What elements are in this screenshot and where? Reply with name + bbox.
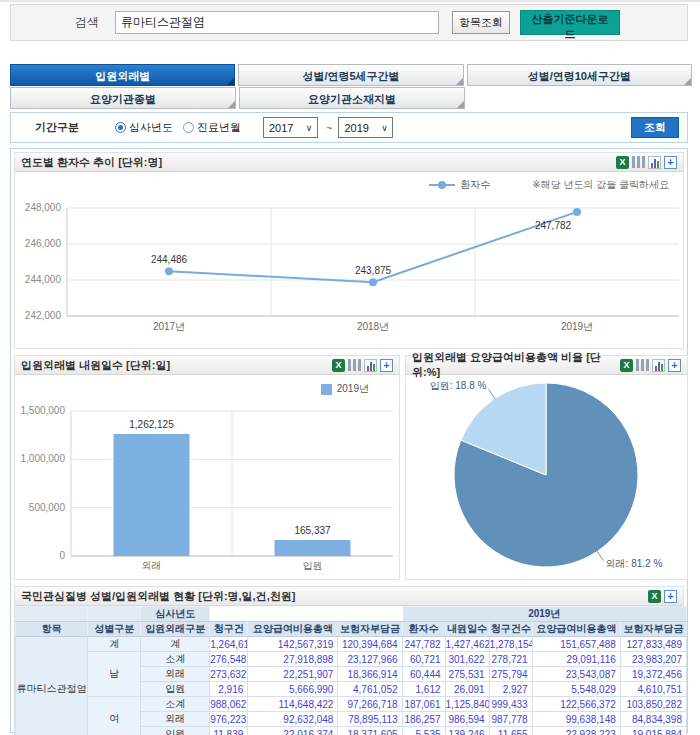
table-row: 남소계276,54827,918,89823,127,96660,721301,…: [16, 652, 687, 667]
tab-inpatient-outpatient[interactable]: 입원외래별: [10, 64, 235, 86]
excel-icon[interactable]: [648, 590, 661, 603]
radio-treatment-month-dot[interactable]: [183, 122, 194, 133]
bar-legend-row: 2019년: [15, 375, 399, 403]
table-cell: 29,091,116: [532, 652, 620, 667]
column-header: 환자수: [402, 622, 445, 637]
period-type-label: 기간구분: [35, 120, 79, 135]
table-cell: 26,091: [445, 682, 489, 697]
data-point-2019년[interactable]: [573, 208, 581, 216]
table-cell: 142,567,319: [248, 637, 338, 652]
cost-ratio-header: 입원외래별 요양급여비용총액 비율 [단위:%]: [406, 356, 687, 375]
column-header: 요양급여비용총액: [248, 622, 338, 637]
radio-review-year-dot[interactable]: [115, 122, 126, 133]
year-from-value: 2017: [269, 122, 293, 134]
page: 검색 항목조회 산출기준다운로드 입원외래별성별/연령5세구간별성별/연령10세…: [0, 0, 700, 735]
table-cell: 1,612: [402, 682, 445, 697]
excel-icon[interactable]: [332, 359, 345, 372]
table-cell: 5,666,990: [248, 682, 338, 697]
visit-days-section: 입원외래별 내원일수 [단위:일] 2019년 0500,0001,000,00…: [14, 355, 400, 580]
table-cell: 186,257: [402, 712, 445, 727]
table-cell: 301,622: [445, 652, 489, 667]
table-icon[interactable]: [348, 359, 361, 371]
plus-icon[interactable]: [380, 359, 393, 372]
column-header: [210, 607, 402, 622]
chart-icon[interactable]: [648, 156, 661, 169]
chart-icon[interactable]: [652, 359, 665, 372]
data-point-2018년[interactable]: [369, 278, 377, 286]
radio-review-year[interactable]: 심사년도: [115, 120, 173, 135]
charts-row: 입원외래별 내원일수 [단위:일] 2019년 0500,0001,000,00…: [14, 355, 684, 580]
table-cell: 84,834,398: [620, 712, 686, 727]
tab-gender-age5[interactable]: 성별/연령5세구간별: [238, 64, 463, 86]
plus-icon[interactable]: [664, 590, 677, 603]
chart-text: 244,000: [25, 274, 62, 285]
excel-icon[interactable]: [620, 359, 633, 372]
legend-patient-count-label: 환자수: [460, 178, 490, 192]
tab-org-location[interactable]: 요양기관소재지별: [239, 87, 465, 109]
year-to-select[interactable]: 2019 ∨: [338, 117, 393, 138]
table-row: 여소계988,062114,648,42297,266,718187,0611,…: [16, 697, 687, 712]
table-cell: 276,548: [210, 652, 248, 667]
column-header: 성별구분: [88, 622, 141, 637]
year-from-select[interactable]: 2017 ∨: [263, 117, 318, 138]
bar-입원[interactable]: [275, 540, 351, 556]
table-cell: 97,266,718: [338, 697, 402, 712]
column-header: 2019년: [402, 607, 686, 622]
table-cell: 입원: [141, 682, 210, 697]
table-cell: 1,427,462: [445, 637, 489, 652]
cost-ratio-section: 입원외래별 요양급여비용총액 비율 [단위:%] 외래: 81.2 %입원: 1…: [405, 355, 688, 580]
visit-days-header: 입원외래별 내원일수 [단위:일]: [15, 356, 399, 375]
table-cell: 114,648,422: [248, 697, 338, 712]
table-cell: 987,778: [489, 712, 532, 727]
table-cell: 988,062: [210, 697, 248, 712]
item-search-button[interactable]: 항목조회: [452, 11, 510, 34]
top-divider: [0, 0, 700, 2]
plus-icon[interactable]: [668, 359, 681, 372]
table-cell: 1,125,840: [445, 697, 489, 712]
table-cell: 27,918,898: [248, 652, 338, 667]
table-cell: 4,610,751: [620, 682, 686, 697]
bar-chart-svg: 0500,0001,000,0001,500,0001,262,125외래165…: [15, 403, 399, 575]
tab-org-type[interactable]: 요양기관종별: [10, 87, 236, 109]
download-criteria-button[interactable]: 산출기준다운로드: [520, 10, 620, 35]
chevron-down-icon: ∨: [303, 123, 315, 133]
cost-ratio-toolbar: [620, 359, 681, 372]
table-cell: 외래: [141, 667, 210, 682]
bar-외래[interactable]: [114, 434, 190, 556]
radio-treatment-month[interactable]: 진료년월: [183, 120, 241, 135]
table-cell: 19,015,884: [620, 727, 686, 735]
table-cell: 4,761,052: [338, 682, 402, 697]
stats-table-toolbar: [648, 590, 677, 603]
chart-icon[interactable]: [364, 359, 377, 372]
search-input[interactable]: [115, 11, 439, 34]
plus-icon[interactable]: [664, 156, 677, 169]
cost-ratio-pie-chart[interactable]: 외래: 81.2 %입원: 18.8 %: [406, 375, 687, 575]
table-cell: 1,278,154: [489, 637, 532, 652]
table-cell: 1,264,610: [210, 637, 248, 652]
excel-icon[interactable]: [616, 156, 629, 169]
table-cell: 273,632: [210, 667, 248, 682]
table-icon[interactable]: [636, 359, 649, 371]
table-cell: 여: [88, 697, 141, 735]
chart-text: 243,875: [355, 265, 392, 276]
search-button[interactable]: 조회: [631, 117, 679, 138]
table-icon[interactable]: [632, 156, 645, 168]
tab-gender-age10[interactable]: 성별/연령10세구간별: [467, 64, 692, 86]
search-bar: 검색 항목조회 산출기준다운로드: [10, 4, 688, 41]
visit-days-bar-chart[interactable]: 0500,0001,000,0001,500,0001,262,125외래165…: [15, 403, 399, 579]
column-header: 항목: [16, 622, 88, 637]
table-row: 류마티스관절염계계1,264,610142,567,319120,394,684…: [16, 637, 687, 652]
chart-text: 1,000,000: [21, 453, 66, 464]
legend-2019-swatch: [321, 384, 332, 395]
trend-chart-section: 연도별 환자수 추이 [단위:명] 환자수 ※해당 년도의 값을 클릭하세요 2…: [14, 152, 684, 349]
table-cell: 60,721: [402, 652, 445, 667]
table-cell: 22,016,374: [248, 727, 338, 735]
table-cell: 103,850,282: [620, 697, 686, 712]
trend-line-chart[interactable]: 242,000244,000246,000248,000244,4862017년…: [15, 198, 683, 348]
radio-review-year-label: 심사년도: [129, 120, 173, 135]
column-header: 청구건: [210, 622, 248, 637]
data-point-2017년[interactable]: [165, 267, 173, 275]
chart-text: 2017년: [153, 321, 185, 332]
table-cell: 5,548,029: [532, 682, 620, 697]
legend-2019-label: 2019년: [337, 382, 369, 396]
